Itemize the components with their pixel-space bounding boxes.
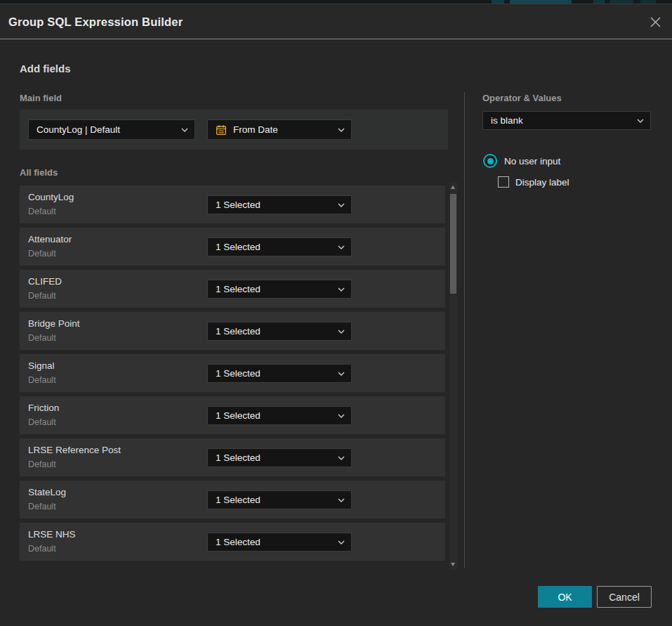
chevron-down-icon xyxy=(637,119,644,123)
selected-count: 1 Selected xyxy=(216,200,261,210)
chevron-down-icon xyxy=(338,203,345,207)
field-row: Signal Default 1 Selected xyxy=(20,354,445,392)
chevron-down-icon xyxy=(338,456,345,460)
selected-count: 1 Selected xyxy=(216,326,261,337)
field-name: Bridge Point xyxy=(28,318,80,329)
selected-count: 1 Selected xyxy=(216,410,261,421)
scroll-up-arrow[interactable] xyxy=(451,185,455,189)
field-subtitle: Default xyxy=(28,544,56,554)
panel-divider xyxy=(464,92,465,568)
dialog-titlebar: Group SQL Expression Builder xyxy=(0,4,672,39)
main-field-layer-select[interactable]: CountyLog | Default xyxy=(28,119,195,140)
scrollbar-thumb[interactable] xyxy=(450,194,456,294)
layer-select-value: CountyLog | Default xyxy=(37,124,120,135)
selected-count: 1 Selected xyxy=(216,495,261,505)
close-icon xyxy=(650,16,661,28)
field-select-value: From Date xyxy=(233,124,278,135)
chevron-down-icon xyxy=(181,128,188,132)
all-fields-label: All fields xyxy=(20,167,58,178)
field-row: LRSE Reference Post Default 1 Selected xyxy=(20,438,445,476)
display-label-checkbox[interactable]: Display label xyxy=(498,176,569,188)
no-user-input-label: No user input xyxy=(504,156,560,167)
field-selected-dropdown[interactable]: 1 Selected xyxy=(207,237,352,256)
chevron-down-icon xyxy=(338,330,345,334)
close-button[interactable] xyxy=(647,14,663,30)
field-subtitle: Default xyxy=(28,249,56,259)
field-name: Attenuator xyxy=(28,234,72,244)
fields-list-scrollbar[interactable] xyxy=(449,182,457,570)
operator-select-value: is blank xyxy=(491,115,523,126)
field-subtitle: Default xyxy=(28,207,56,216)
field-selected-dropdown[interactable]: 1 Selected xyxy=(207,448,352,467)
field-subtitle: Default xyxy=(28,333,56,343)
field-row: CLIFED Default 1 Selected xyxy=(20,270,445,308)
field-selected-dropdown[interactable]: 1 Selected xyxy=(207,490,352,509)
field-row: Friction Default 1 Selected xyxy=(20,396,445,434)
field-selected-dropdown[interactable]: 1 Selected xyxy=(207,364,352,383)
field-name: StateLog xyxy=(28,487,66,497)
field-subtitle: Default xyxy=(28,291,56,301)
calendar-icon xyxy=(216,124,227,136)
selected-count: 1 Selected xyxy=(216,242,261,252)
field-name: Friction xyxy=(28,403,59,413)
field-name: CLIFED xyxy=(28,276,62,287)
group-sql-expression-builder-dialog: Group SQL Expression Builder Add fields … xyxy=(0,4,672,626)
chevron-down-icon xyxy=(338,498,345,502)
field-name: CountyLog xyxy=(28,192,74,202)
field-row: LRSE NHS Default 1 Selected xyxy=(20,523,445,561)
field-selected-dropdown[interactable]: 1 Selected xyxy=(207,406,352,425)
display-label-label: Display label xyxy=(515,177,569,188)
selected-count: 1 Selected xyxy=(216,452,261,463)
field-selected-dropdown[interactable]: 1 Selected xyxy=(207,533,352,552)
operator-values-heading: Operator & Values xyxy=(482,93,562,103)
field-subtitle: Default xyxy=(28,375,56,385)
field-name: LRSE NHS xyxy=(28,529,76,540)
selected-count: 1 Selected xyxy=(216,368,261,379)
main-field-field-select[interactable]: From Date xyxy=(207,119,352,140)
field-row: StateLog Default 1 Selected xyxy=(20,481,445,519)
chevron-down-icon xyxy=(338,540,345,545)
selected-count: 1 Selected xyxy=(216,537,261,547)
operator-select[interactable]: is blank xyxy=(482,111,651,130)
field-row: Bridge Point Default 1 Selected xyxy=(20,312,445,350)
field-subtitle: Default xyxy=(28,459,56,469)
field-name: Signal xyxy=(28,360,55,371)
field-row: Attenuator Default 1 Selected xyxy=(20,228,445,266)
field-subtitle: Default xyxy=(28,417,56,427)
field-row: CountyLog Default 1 Selected xyxy=(20,185,445,223)
chevron-down-icon xyxy=(338,372,345,376)
radio-selected-icon xyxy=(483,154,497,168)
chevron-down-icon xyxy=(338,287,345,292)
scroll-down-arrow[interactable] xyxy=(451,563,455,566)
all-fields-list: CountyLog Default 1 Selected Attenuator … xyxy=(20,185,445,565)
selected-count: 1 Selected xyxy=(216,284,261,294)
main-field-band: CountyLog | Default From Date xyxy=(20,110,448,150)
chevron-down-icon xyxy=(338,128,345,132)
field-subtitle: Default xyxy=(28,502,56,511)
no-user-input-radio[interactable]: No user input xyxy=(483,154,560,168)
chevron-down-icon xyxy=(338,245,345,249)
add-fields-heading: Add fields xyxy=(20,63,71,74)
main-field-label: Main field xyxy=(20,93,62,103)
field-selected-dropdown[interactable]: 1 Selected xyxy=(207,195,352,214)
checkbox-unchecked-icon xyxy=(498,176,509,188)
cancel-button[interactable]: Cancel xyxy=(597,586,652,608)
dialog-title: Group SQL Expression Builder xyxy=(8,4,183,39)
ok-button[interactable]: OK xyxy=(538,586,592,608)
field-selected-dropdown[interactable]: 1 Selected xyxy=(207,280,352,299)
chevron-down-icon xyxy=(338,414,345,418)
field-name: LRSE Reference Post xyxy=(28,445,121,455)
field-selected-dropdown[interactable]: 1 Selected xyxy=(207,322,352,341)
